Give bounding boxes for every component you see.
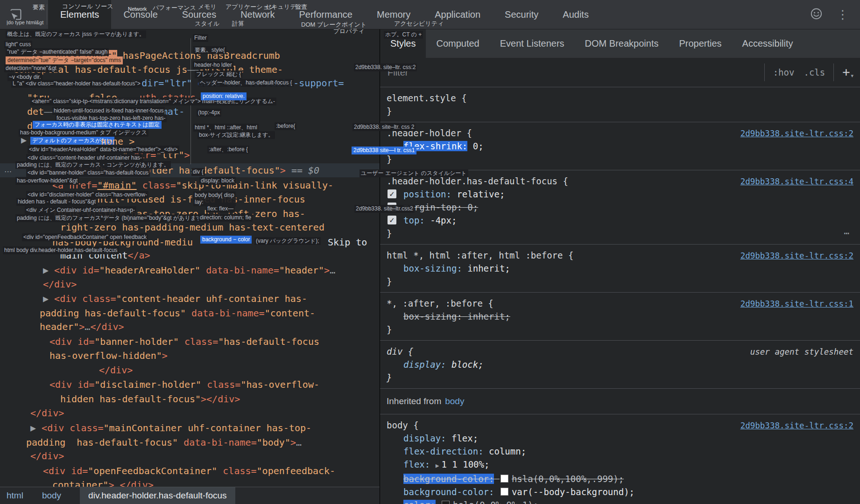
property-name[interactable]: background-color:	[403, 474, 494, 484]
dom-tree-line[interactable]: ▶ <div class="mainContainer uhf-containe…	[30, 421, 311, 435]
expand-value-icon[interactable]: ▶	[436, 462, 439, 469]
color-swatch[interactable]	[500, 475, 508, 483]
dom-tree-line[interactable]: <a href="#main" class="skip-to-main-link…	[52, 178, 333, 192]
expand-arrow-icon[interactable]: ▶	[30, 422, 42, 434]
dom-tree-line[interactable]: <div class="header-holder has-default-fo…	[33, 163, 319, 177]
css-property-row[interactable]: background-color: hsla(0,0%,100%,.999);	[387, 472, 853, 485]
stylesheet-link[interactable]: 2d9bb338.site-ltr.css:1	[740, 297, 853, 310]
dom-tree-line[interactable]: "tru―――――――false――――uth-status-	[27, 91, 201, 105]
tab-sources[interactable]: Sources	[170, 0, 228, 29]
css-property-row[interactable]: flex-direction: column;	[387, 445, 853, 458]
breadcrumb-item-div[interactable]: div.header-holder.has-default-focus	[80, 487, 235, 504]
css-property-row[interactable]: display: block;	[387, 358, 853, 371]
property-value[interactable]: column;	[489, 446, 526, 456]
tab-security[interactable]: Security	[493, 0, 550, 29]
property-checkbox[interactable]: ✓	[388, 216, 396, 224]
property-value[interactable]: 0;	[467, 202, 478, 212]
property-value[interactable]: flex;	[451, 433, 478, 443]
property-name[interactable]: top:	[403, 215, 425, 225]
stylesheet-link[interactable]: 2d9bb338.site-ltr.css:2	[740, 419, 853, 432]
breadcrumb-item-body[interactable]: body	[42, 490, 61, 501]
more-actions-button[interactable]: ⋯	[844, 226, 851, 239]
tab-console[interactable]: Console	[111, 0, 169, 29]
property-checkbox[interactable]: ✓	[388, 189, 396, 198]
hov-toggle-button[interactable]: :hov	[768, 65, 799, 79]
dom-tree-line[interactable]: has-overflow-hidden">	[49, 349, 168, 363]
dom-tree-line[interactable]: ▶ <head>…</head>	[21, 133, 111, 147]
property-name[interactable]: box-sizing:	[403, 263, 462, 273]
tab-audits[interactable]: Audits	[550, 0, 601, 29]
expand-arrow-icon[interactable]: ▶	[43, 293, 54, 304]
dom-tree-line[interactable]: ss "hbssFidder" hasPageActions hasBreadc…	[33, 49, 280, 63]
dom-tree-line[interactable]: conceptual has-default-focus js――-visibl…	[13, 63, 283, 77]
dom-tree-line[interactable]: ▶ <div id="headerAreaHolder" data-bi-nam…	[43, 263, 335, 277]
dom-tree-line[interactable]: </div>	[30, 449, 64, 463]
css-selector[interactable]: .header-holder	[387, 128, 461, 138]
dom-tree-line[interactable]: focus-visible has-top-zero has left-zero…	[52, 207, 305, 221]
tab-application[interactable]: Application	[423, 0, 493, 29]
css-selector[interactable]: html *, html :after, html :before	[387, 250, 563, 260]
tab-network[interactable]: Network	[228, 0, 287, 29]
property-value[interactable]: hsla(0,0%,100%,.999);	[512, 474, 624, 484]
property-name[interactable]: display:	[403, 359, 446, 370]
css-selector[interactable]: body	[387, 420, 408, 430]
property-value[interactable]: 1 1 100%;	[441, 459, 489, 469]
property-value[interactable]: inherit;	[467, 263, 510, 273]
property-value[interactable]: 0;	[473, 141, 484, 151]
dom-tree-line[interactable]: main content</a>	[60, 248, 150, 262]
property-name[interactable]: flex:	[403, 459, 430, 469]
color-swatch[interactable]	[500, 488, 508, 496]
css-property-row[interactable]: flex-shrink: 0;	[387, 140, 853, 153]
dom-tree-line[interactable]: right-zero has-padding-medium has-text-c…	[60, 220, 324, 234]
sidebar-tab-accessibility[interactable]: Accessibility	[732, 29, 804, 58]
tab-performance[interactable]: Performance	[287, 0, 365, 29]
dom-tree-line[interactable]: container">…</div>	[52, 478, 154, 487]
dom-tree-line[interactable]: </div>	[43, 277, 77, 291]
sidebar-tab-dom-breakpoints[interactable]: DOM Breakpoints	[575, 29, 669, 58]
property-name[interactable]: box-sizing:	[403, 311, 462, 322]
property-name[interactable]: flex-shrink:	[403, 141, 467, 151]
styles-filter-input[interactable]	[387, 67, 761, 78]
css-property-row[interactable]: ✓top: -4px;	[387, 214, 853, 227]
kebab-menu-icon[interactable]: ⋮	[837, 8, 849, 21]
sidebar-tab-properties[interactable]: Properties	[669, 29, 732, 58]
property-name[interactable]: color:	[403, 500, 436, 504]
cls-toggle-button[interactable]: .cls	[799, 65, 830, 79]
sidebar-tab-event-listeners[interactable]: Event Listeners	[490, 29, 575, 58]
property-value[interactable]: hsla(0,0%,9%,1);	[453, 500, 538, 504]
css-property-row[interactable]: flex: ▶1 1 100%;	[387, 458, 853, 472]
css-selector[interactable]: div	[387, 346, 402, 357]
color-swatch[interactable]	[442, 501, 450, 504]
css-selector[interactable]: .header-holder.has-default-focus	[387, 176, 557, 186]
tab-memory[interactable]: Memory	[365, 0, 423, 29]
property-name[interactable]: display:	[403, 433, 446, 443]
dom-tree-line[interactable]: det―――rget="――" x-ms-format-	[27, 105, 184, 119]
property-value[interactable]: var(--body-background);	[512, 487, 634, 497]
css-property-row[interactable]: ✓position: relative;	[387, 188, 853, 201]
dom-tree-line[interactable]: det――――――	[27, 119, 78, 133]
property-checkbox[interactable]: ✓	[388, 203, 396, 211]
dom-tree-line[interactable]: padding has-default-focus" data-bi-name=…	[26, 435, 302, 449]
dom-tree-line[interactable]: ▶ <div class="content-header uhf-contain…	[43, 292, 307, 306]
property-value[interactable]: block;	[451, 359, 484, 370]
dom-tree-line[interactable]: <div id="disclaimer-holder" class="has-o…	[49, 378, 319, 392]
dom-tree-line[interactable]: hidden-until-focused is-fixed has-inner-…	[52, 192, 305, 206]
css-property-row[interactable]: ✓margin-top: 0;	[387, 201, 853, 214]
inspect-element-button[interactable]	[7, 0, 24, 29]
property-name[interactable]: background-color:	[403, 487, 494, 497]
property-value[interactable]: inherit;	[467, 311, 510, 322]
dom-tree-line[interactable]: header">…</div>	[40, 320, 124, 334]
expand-arrow-icon[interactable]: ▶	[21, 134, 32, 146]
tab-elements[interactable]: Elements	[48, 0, 111, 29]
property-name[interactable]: margin-top:	[403, 202, 462, 212]
stylesheet-link[interactable]: 2d9bb338.site-ltr.css:4	[740, 175, 853, 188]
css-selector[interactable]: element.style	[387, 93, 456, 103]
css-property-row[interactable]: display: flex;	[387, 432, 853, 445]
dom-tree-line[interactable]: <div id="openFeedbackContainer" class="o…	[43, 464, 335, 478]
css-property-row[interactable]: box-sizing: inherit;	[387, 310, 853, 323]
property-name[interactable]: flex-direction:	[403, 446, 484, 456]
property-value[interactable]: -4px;	[430, 215, 457, 225]
dom-tree-line[interactable]: us" dir="ltr" data-css-variable-support=	[119, 76, 344, 90]
css-property-row[interactable]: background-color: var(--body-background)…	[387, 485, 853, 498]
feedback-smiley-icon[interactable]	[810, 7, 823, 22]
